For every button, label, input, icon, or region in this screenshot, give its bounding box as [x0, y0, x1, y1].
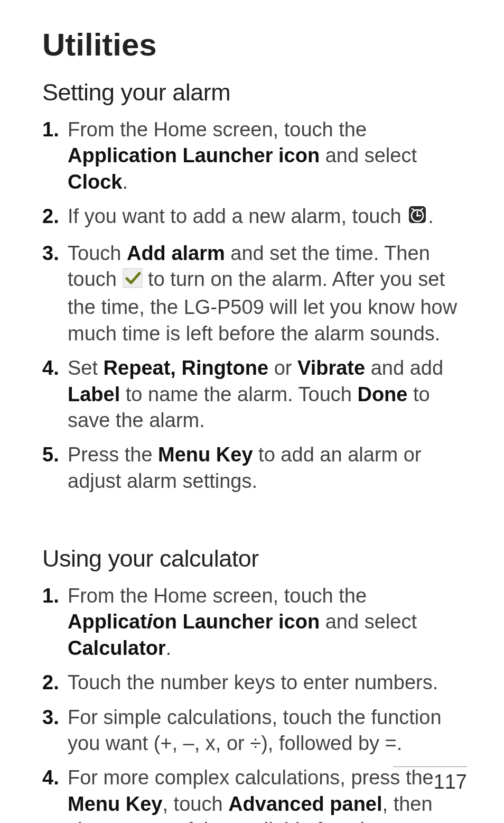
list-item: From the Home screen, touch the Applicat… [42, 583, 467, 661]
alarm-clock-icon [407, 204, 428, 232]
manual-page: Utilities Setting your alarm From the Ho… [0, 0, 504, 823]
list-item: If you want to add a new alarm, touch . [42, 204, 467, 232]
list-item: Touch the number keys to enter numbers. [42, 670, 467, 696]
list-item: From the Home screen, touch the Applicat… [42, 117, 467, 195]
page-title: Utilities [42, 26, 467, 63]
page-number-divider [393, 766, 467, 767]
list-item: Set Repeat, Ringtone or Vibrate and add … [42, 355, 467, 433]
section-heading-alarm: Setting your alarm [42, 79, 467, 106]
calc-steps-list: From the Home screen, touch the Applicat… [42, 583, 467, 823]
list-item: Press the Menu Key to add an alarm or ad… [42, 442, 467, 494]
list-item: Touch Add alarm and set the time. Then t… [42, 241, 467, 347]
list-item: For simple calculations, touch the funct… [42, 705, 467, 757]
section-heading-calc: Using your calculator [42, 545, 467, 572]
list-item: For more complex calculations, press the… [42, 765, 467, 823]
checkmark-icon [123, 268, 143, 294]
alarm-steps-list: From the Home screen, touch the Applicat… [42, 117, 467, 494]
page-number: 117 [434, 771, 467, 793]
